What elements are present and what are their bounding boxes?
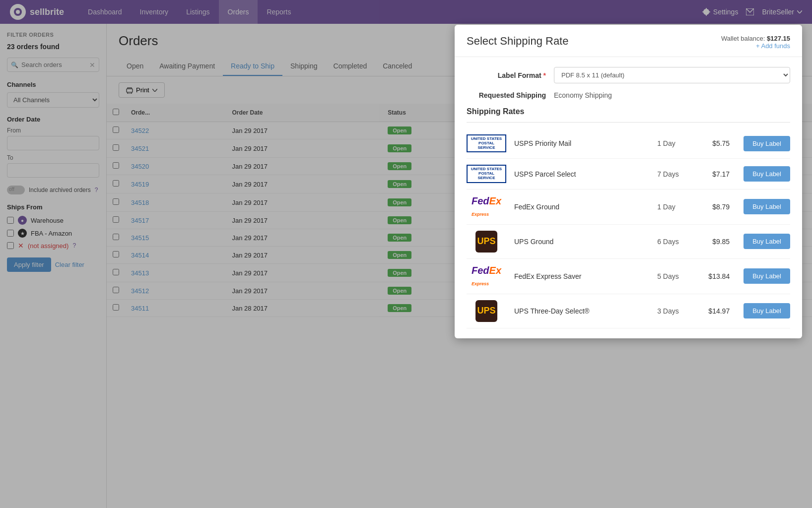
- rate-name: USPS Parcel Select: [514, 170, 649, 178]
- rate-days: 7 Days: [657, 170, 692, 178]
- rate-name: UPS Ground: [514, 238, 649, 246]
- label-format-label: Label Format *: [467, 71, 546, 79]
- carrier-logo: FedExExpress: [467, 195, 506, 218]
- buy-label-button[interactable]: Buy Label: [744, 234, 790, 249]
- rate-row: UNITED STATESPOSTAL SERVICE USPS Parcel …: [467, 159, 790, 189]
- rate-row: FedExExpress FedEx Ground 1 Day $8.79 Bu…: [467, 190, 790, 225]
- rate-price: $14.97: [700, 307, 730, 315]
- rate-days: 5 Days: [657, 272, 692, 280]
- rate-days: 3 Days: [657, 307, 692, 315]
- rate-row: UPS UPS Three-Day Select® 3 Days $14.97 …: [467, 294, 790, 328]
- add-funds-link[interactable]: + Add funds: [756, 42, 790, 50]
- shipping-rates-title: Shipping Rates: [467, 107, 790, 116]
- carrier-logo: UNITED STATESPOSTAL SERVICE: [467, 165, 506, 183]
- requested-shipping-row: Requested Shipping Economy Shipping: [467, 91, 790, 99]
- modal-header: Select Shipping Rate Wallet balance: $12…: [455, 25, 802, 57]
- rate-price: $13.84: [700, 272, 730, 280]
- carrier-logo: FedExExpress: [467, 265, 506, 288]
- rate-days: 1 Day: [657, 203, 692, 211]
- rate-price: $9.85: [700, 238, 730, 246]
- wallet-label: Wallet balance:: [721, 35, 765, 42]
- modal-overlay[interactable]: Select Shipping Rate Wallet balance: $12…: [0, 0, 812, 508]
- carrier-logo: UPS: [467, 300, 506, 322]
- modal-body: Label Format * PDF 8.5 x 11 (default) Re…: [455, 57, 802, 338]
- shipping-modal: Select Shipping Rate Wallet balance: $12…: [455, 25, 802, 338]
- rate-name: UPS Three-Day Select®: [514, 307, 649, 315]
- rate-name: USPS Priority Mail: [514, 139, 649, 147]
- carrier-logo: UNITED STATESPOSTAL SERVICE: [467, 134, 506, 152]
- rate-price: $7.17: [700, 170, 730, 178]
- wallet-balance: $127.15: [767, 35, 790, 42]
- modal-title: Select Shipping Rate: [467, 35, 568, 48]
- required-mark: *: [543, 71, 546, 79]
- rate-row: UPS UPS Ground 6 Days $9.85 Buy Label: [467, 225, 790, 259]
- buy-label-button[interactable]: Buy Label: [744, 166, 790, 182]
- buy-label-button[interactable]: Buy Label: [744, 268, 790, 284]
- rate-price: $8.79: [700, 203, 730, 211]
- rate-row: FedExExpress FedEx Express Saver 5 Days …: [467, 259, 790, 294]
- buy-label-button[interactable]: Buy Label: [744, 199, 790, 214]
- buy-label-button[interactable]: Buy Label: [744, 303, 790, 318]
- rate-name: FedEx Express Saver: [514, 272, 649, 280]
- rate-days: 6 Days: [657, 238, 692, 246]
- rates-container: UNITED STATESPOSTAL SERVICE USPS Priorit…: [467, 128, 790, 328]
- requested-shipping-label: Requested Shipping: [467, 91, 546, 99]
- rate-row: UNITED STATESPOSTAL SERVICE USPS Priorit…: [467, 128, 790, 159]
- buy-label-button[interactable]: Buy Label: [744, 136, 790, 151]
- label-format-select[interactable]: PDF 8.5 x 11 (default): [554, 67, 790, 83]
- rate-days: 1 Day: [657, 139, 692, 147]
- label-format-row: Label Format * PDF 8.5 x 11 (default): [467, 67, 790, 83]
- rate-name: FedEx Ground: [514, 203, 649, 211]
- carrier-logo: UPS: [467, 231, 506, 253]
- rate-price: $5.75: [700, 139, 730, 147]
- requested-shipping-value: Economy Shipping: [554, 91, 612, 99]
- wallet-info: Wallet balance: $127.15 + Add funds: [721, 35, 790, 50]
